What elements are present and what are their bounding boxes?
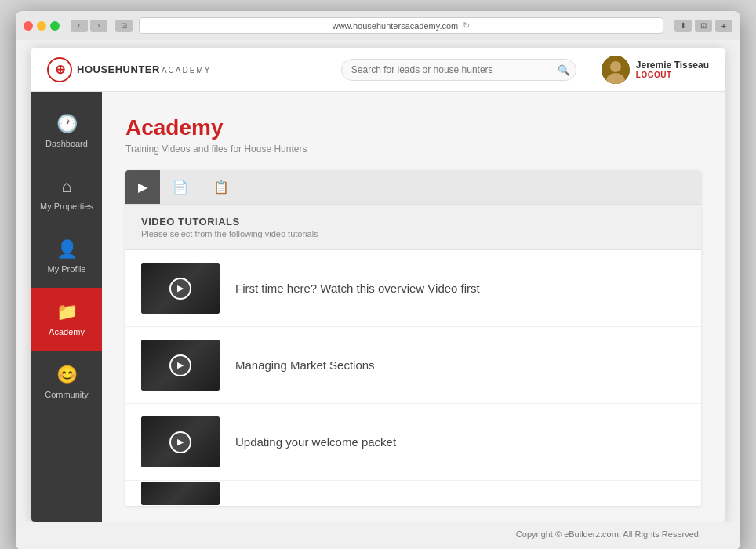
svg-point-1 (610, 61, 621, 72)
sidebar-label-my-properties: My Properties (40, 202, 93, 211)
back-button[interactable]: ‹ (71, 20, 88, 32)
sidebar-item-dashboard[interactable]: 🕐 Dashboard (31, 100, 102, 162)
tabs-panel: ▶ 📄 📋 VIDEO TUT (125, 170, 701, 506)
browser-footer: Copyright © eBuilderz.com. All Rights Re… (16, 522, 740, 549)
app-header: ⊕ HOUSEHUNTER ACADEMY 🔍 (31, 48, 725, 92)
copyright: Copyright © eBuilderz.com. All Rights Re… (31, 525, 725, 544)
folder-icon: 📁 (56, 302, 78, 322)
tab-doc1[interactable]: 📄 (160, 170, 201, 204)
video-item-4[interactable] (125, 481, 701, 506)
video-item-3[interactable]: ▶ Updating your welcome packet (125, 404, 701, 481)
sidebar: 🕐 Dashboard ⌂ My Properties 👤 My Profile (31, 92, 102, 522)
maximize-dot[interactable] (50, 21, 60, 31)
video-list: ▶ First time here? Watch this overview V… (125, 250, 701, 506)
minimize-dot[interactable] (37, 21, 46, 31)
sidebar-label-my-profile: My Profile (48, 264, 86, 274)
person-icon: 👤 (56, 239, 78, 260)
share-button[interactable]: ⬆ (674, 20, 692, 32)
sidebar-item-academy[interactable]: 📁 Academy (31, 288, 102, 351)
search-bar: 🔍 (341, 59, 576, 81)
search-input[interactable] (341, 59, 576, 81)
tab-doc2[interactable]: 📋 (201, 170, 242, 204)
tabs-header: ▶ 📄 📋 (125, 170, 701, 205)
tab-video[interactable]: ▶ (125, 170, 160, 204)
url-bar[interactable]: www.househuntersacademy.com ↻ (139, 17, 663, 34)
sidebar-label-community: Community (45, 390, 89, 399)
logo-text-block: HOUSEHUNTER ACADEMY (77, 64, 211, 75)
video-title-3: Updating your welcome packet (235, 435, 396, 449)
logo-main: HOUSEHUNTER (77, 64, 160, 75)
user-name: Jeremie Tisseau (636, 60, 709, 71)
play-button-1: ▶ (169, 278, 191, 300)
url-text: www.househuntersacademy.com (333, 21, 459, 31)
sidebar-item-my-properties[interactable]: ⌂ My Properties (31, 162, 102, 225)
page-subtitle: Training Videos and files for House Hunt… (125, 144, 701, 155)
tab-content-title: VIDEO TUTORIALS (141, 216, 685, 227)
content-area: Academy Training Videos and files for Ho… (102, 92, 725, 522)
new-tab-button[interactable]: + (715, 20, 732, 32)
avatar (602, 56, 630, 84)
refresh-icon: ↻ (463, 20, 470, 31)
browser-chrome: ‹ › ⊡ www.househuntersacademy.com ↻ ⬆ ⊡ … (16, 11, 740, 40)
video-thumbnail-1: ▶ (141, 263, 220, 314)
video-thumbnail-3: ▶ (141, 416, 220, 467)
app-window: ⊕ HOUSEHUNTER ACADEMY 🔍 (31, 48, 725, 522)
search-button[interactable]: 🔍 (558, 64, 570, 75)
home-icon: ⌂ (61, 176, 71, 197)
page-title: Academy (125, 115, 701, 140)
logo-icon: ⊕ (47, 57, 72, 82)
page-wrapper: ‹ › ⊡ www.househuntersacademy.com ↻ ⬆ ⊡ … (0, 0, 756, 549)
play-tab-icon: ▶ (138, 180, 147, 195)
video-thumbnail-2: ▶ (141, 340, 220, 391)
tab-content-header: VIDEO TUTORIALS Please select from the f… (125, 205, 701, 250)
doc1-tab-icon: 📄 (173, 180, 188, 195)
sidebar-item-community[interactable]: 😊 Community (31, 351, 102, 413)
browser-nav: ‹ › (71, 20, 107, 32)
app-body: 🕐 Dashboard ⌂ My Properties 👤 My Profile (31, 92, 725, 522)
thumbnail-bg-4 (141, 482, 220, 505)
user-details: Jeremie Tisseau LOGOUT (636, 60, 709, 79)
video-title-1: First time here? Watch this overview Vid… (235, 282, 480, 295)
sidebar-label-dashboard: Dashboard (45, 139, 88, 148)
close-dot[interactable] (24, 21, 33, 31)
browser-content: ⊕ HOUSEHUNTER ACADEMY 🔍 (16, 40, 740, 522)
video-item-2[interactable]: ▶ Managing Market Sections (125, 327, 701, 404)
logout-button[interactable]: LOGOUT (636, 71, 709, 79)
sidebar-label-academy: Academy (49, 327, 85, 336)
browser-window: ‹ › ⊡ www.househuntersacademy.com ↻ ⬆ ⊡ … (16, 11, 740, 549)
doc2-tab-icon: 📋 (213, 180, 229, 195)
clock-icon: 🕐 (56, 114, 78, 134)
forward-button[interactable]: › (90, 20, 107, 32)
browser-actions: ⬆ ⊡ + (674, 20, 732, 32)
smiley-icon: 😊 (56, 365, 78, 385)
reader-button[interactable]: ⊡ (115, 20, 133, 32)
tab-content-subtitle: Please select from the following video t… (141, 229, 685, 238)
video-title-2: Managing Market Sections (235, 358, 375, 372)
sidebar-item-my-profile[interactable]: 👤 My Profile (31, 225, 102, 288)
browser-traffic-lights (24, 21, 60, 31)
user-info: Jeremie Tisseau LOGOUT (602, 56, 709, 84)
bookmark-button[interactable]: ⊡ (695, 20, 712, 32)
logo: ⊕ HOUSEHUNTER ACADEMY (47, 57, 211, 82)
logo-sub: ACADEMY (162, 66, 211, 75)
play-button-2: ▶ (169, 354, 191, 376)
video-item-1[interactable]: ▶ First time here? Watch this overview V… (125, 250, 701, 327)
video-thumbnail-4 (141, 482, 220, 505)
play-button-3: ▶ (169, 431, 191, 453)
